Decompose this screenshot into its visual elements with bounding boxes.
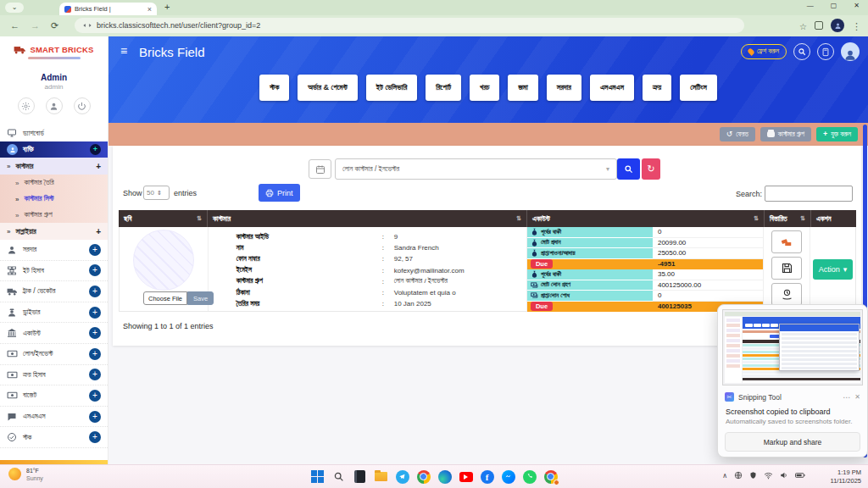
nav-sms-button[interactable]: এসএমএস [590,75,634,101]
header-calculator-button[interactable] [817,43,834,60]
plus-icon[interactable] [89,431,101,443]
chrome-active-button[interactable] [543,469,558,484]
sidebar-item-person[interactable]: ব্যক্তি [0,141,108,158]
plus-icon[interactable] [89,327,101,339]
telegram-button[interactable] [395,469,409,484]
markup-and-share-button[interactable]: Markup and share [725,432,860,452]
print-button[interactable]: Print [259,184,300,202]
col-header-customer[interactable]: কাস্টমার [208,210,527,227]
header-search-button[interactable] [793,43,810,60]
browser-profile-avatar[interactable] [831,19,844,32]
hamburger-menu-icon[interactable] [120,44,127,58]
nav-purchase-button[interactable]: ক্রয় [643,75,671,101]
nav-expense-button[interactable]: খরচ [470,75,499,101]
nav-sardar-button[interactable]: সরদার [547,75,581,101]
nav-settings-button[interactable]: সেটিংস [680,75,717,101]
back-icon[interactable]: ← [10,20,19,30]
new-tab-button[interactable] [164,2,170,12]
plus-icon[interactable] [96,227,101,236]
user-avatar[interactable] [841,42,860,61]
messenger-button[interactable] [501,469,515,484]
window-maximize-button[interactable] [831,2,837,9]
save-detail-button[interactable] [771,257,802,280]
sidebar-item-sardar[interactable]: সরদার [0,240,108,261]
app-logo[interactable]: SMART BRICKS [0,45,108,54]
col-header-account[interactable]: একাউন্ট [527,210,765,227]
col-header-photo[interactable]: ছবি [119,210,208,227]
sidebar-item-customer-group[interactable]: কাস্টমার গ্রুপ [0,207,108,223]
bookmark-star-icon[interactable] [799,18,807,33]
add-button[interactable]: যুক্ত করুন [816,127,858,141]
reload-icon[interactable]: ⟳ [51,20,58,30]
back-button[interactable]: ফেরত [720,127,755,141]
transaction-history-button[interactable] [771,283,802,306]
filter-refresh-button[interactable] [642,158,660,180]
logout-power-button[interactable] [74,97,91,114]
action-dropdown-button[interactable]: Action [813,259,854,280]
sidebar-item-driver[interactable]: ড্রাইভার [0,302,108,324]
facebook-button[interactable]: f [480,469,494,484]
entries-per-page-select[interactable]: 50 [143,186,170,200]
browser-tab[interactable]: Bricks Field | [59,3,157,15]
forward-icon[interactable]: → [31,20,40,30]
windows-start-button[interactable] [310,469,325,484]
sidebar-item-customer-create[interactable]: কাস্টমার তৈরি [0,175,108,191]
screenshot-thumbnail[interactable] [722,309,863,385]
window-close-button[interactable] [854,2,860,9]
col-header-details[interactable]: বিস্তারিত [765,210,811,227]
settings-gear-button[interactable] [18,97,35,114]
sidebar-item-purchase-account[interactable]: ক্রয় হিসাব [0,365,108,386]
file-explorer-button[interactable] [374,469,388,484]
extensions-icon[interactable] [815,21,823,30]
choose-file-button[interactable]: Choose File [143,291,187,305]
taskbar-app-dark[interactable] [353,469,367,484]
customer-group-select[interactable]: লোন কাস্টমার / ইনভেস্টর [335,158,617,180]
snipping-tool-notification[interactable]: Snipping Tool Screenshot copied to clipb… [717,304,868,458]
notification-more-icon[interactable] [843,393,850,402]
nav-stock-button[interactable]: স্টক [259,75,289,101]
tab-search-button[interactable] [5,3,24,13]
shield-icon[interactable] [749,471,757,480]
youtube-button[interactable] [459,469,473,484]
nav-order-payment-button[interactable]: অর্ডার & পেমেন্ট [298,75,357,101]
nav-brick-delivery-button[interactable]: ইট ডেলিভারি [366,75,418,101]
browser-menu-icon[interactable] [852,18,861,33]
table-search-input[interactable] [765,186,853,202]
plus-icon[interactable] [89,348,101,360]
chrome-button[interactable] [416,469,431,484]
plus-icon[interactable] [89,369,101,380]
nav-report-button[interactable]: রিপোর্ট [426,75,461,101]
url-input[interactable]: bricks.classicsofttech.net/user/client?g… [75,18,744,33]
whatsapp-button[interactable] [522,469,537,484]
sidebar-item-truck[interactable]: ট্রাক / ভেকেটর [0,281,108,302]
tray-expand-icon[interactable] [722,472,727,480]
wifi-icon[interactable] [764,472,773,480]
refresh-pill-button[interactable]: ফ্রেশ করুন [741,44,787,59]
plus-icon[interactable] [89,286,101,297]
sidebar-item-supplier[interactable]: সাপ্লাইয়ার [0,223,108,240]
sidebar-item-customer[interactable]: কাস্টমার [0,158,108,175]
sidebar-item-dashboard[interactable]: ড্যাশবোর্ড [0,125,108,141]
sidebar-item-customer-list[interactable]: কাস্টমার লিস্ট [0,191,108,207]
bricks-detail-button[interactable] [771,230,802,253]
taskbar-clock[interactable]: 1:19 PM 11/11/2025 [831,469,861,485]
site-info-icon[interactable] [83,21,92,30]
battery-icon[interactable] [795,472,805,479]
tab-close-icon[interactable] [147,5,152,14]
calendar-filter-button[interactable] [309,159,331,179]
plus-icon[interactable] [89,264,101,276]
plus-icon[interactable] [89,307,101,319]
globe-icon[interactable] [734,471,743,480]
filter-search-button[interactable] [617,158,640,180]
plus-icon[interactable] [89,411,101,423]
sidebar-item-brick-account[interactable]: ইট হিসাব [0,261,108,282]
taskbar-weather-widget[interactable]: 81°F Sunny [8,468,43,481]
customer-group-button[interactable]: কাস্টমার গ্রুপ [760,127,811,141]
edge-button[interactable] [437,469,452,484]
sidebar-item-account[interactable]: একাউন্ট [0,323,108,344]
nav-deposit-button[interactable]: জমা [508,75,537,101]
sidebar-item-sms[interactable]: এসএমএস [0,407,108,428]
sidebar-item-loan-invest[interactable]: লোন/ইনভেস্ট [0,344,108,365]
window-minimize-button[interactable] [807,2,814,9]
plus-icon[interactable] [89,390,101,402]
